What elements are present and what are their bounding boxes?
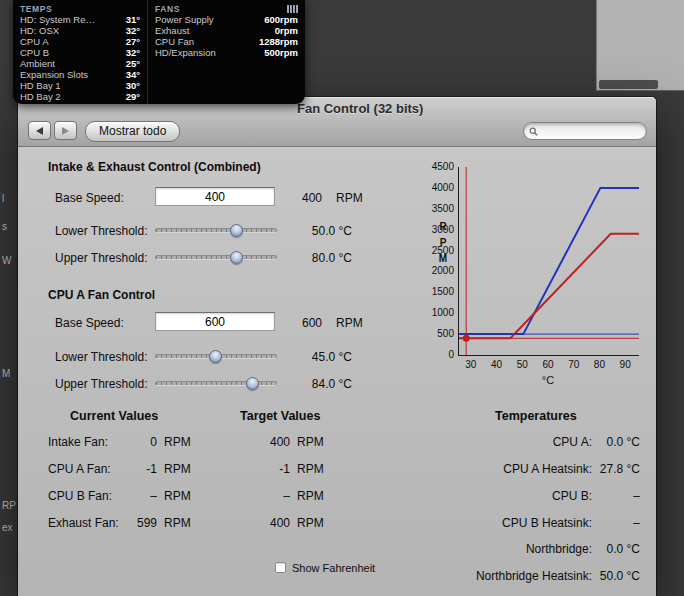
back-button[interactable] <box>28 121 51 140</box>
lower-threshold-slider-cpu-a[interactable] <box>155 349 277 364</box>
sensor-label: HD Bay 2 <box>20 91 61 102</box>
sensor-value: 31° <box>126 14 140 25</box>
base-speed-unit: RPM <box>336 316 363 331</box>
show-fahrenheit-label: Show Fahrenheit <box>292 561 375 576</box>
x-tick-label: 50 <box>510 359 534 371</box>
base-speed-label: Base Speed: <box>55 316 124 331</box>
sensor-value: 27° <box>126 36 140 47</box>
forward-icon <box>62 127 69 135</box>
sensor-value: 32° <box>126 25 140 36</box>
background-window-fragment: M <box>2 368 10 379</box>
table-row: CPU A Heatsink:27.8 °C <box>348 462 640 476</box>
section-title-cpu-a: CPU A Fan Control <box>48 288 155 303</box>
lower-threshold-value: 50.0 °C <box>270 224 352 239</box>
nav-buttons <box>28 121 77 140</box>
search-field[interactable] <box>523 122 647 140</box>
y-axis-label-letter: R <box>437 221 449 232</box>
show-fahrenheit-checkbox[interactable] <box>275 562 286 573</box>
list-item: CPU A27° <box>20 36 140 47</box>
fan-label: Power Supply <box>155 14 214 25</box>
temp-label: CPU A: <box>348 435 592 449</box>
temp-value: – <box>592 489 640 503</box>
sensor-label: HD Bay 1 <box>20 80 61 91</box>
show-all-button[interactable]: Mostrar todo <box>85 121 180 142</box>
fan-row-current: 599 <box>113 516 157 531</box>
temp-value: 27.8 °C <box>592 462 640 476</box>
sensor-value: 32° <box>126 47 140 58</box>
x-tick-label: 40 <box>485 359 509 371</box>
temp-label: CPU B Heatsink: <box>348 516 592 530</box>
fan-row-unit: RPM <box>164 489 191 504</box>
slider-track[interactable] <box>155 381 277 386</box>
background-window-fragment: l <box>2 193 4 204</box>
list-item: CPU B32° <box>20 47 140 58</box>
fan-label: Exhaust <box>155 25 189 36</box>
sensor-value: 34° <box>126 69 140 80</box>
target-values-title: Target Values <box>240 409 320 423</box>
temp-value: – <box>592 516 640 530</box>
slider-thumb[interactable] <box>209 350 222 363</box>
y-tick-label: 3500 <box>424 203 454 215</box>
sensor-label: CPU A <box>20 36 49 47</box>
upper-threshold-slider-intake[interactable] <box>155 250 277 265</box>
fan-control-window: Fan Control (32 bits) Mostrar todo Intak… <box>18 97 656 596</box>
slider-thumb[interactable] <box>230 251 243 264</box>
temp-label: Northbridge: <box>348 542 592 556</box>
title-bar[interactable]: Fan Control (32 bits) Mostrar todo <box>18 97 656 147</box>
temperature-monitor-widget[interactable]: TEMPS HD: System Re…31° HD: OSX32° CPU A… <box>13 0 305 104</box>
table-row: CPU B Heatsink:– <box>348 516 640 530</box>
upper-threshold-value: 80.0 °C <box>270 251 352 266</box>
temp-label: Northbridge Heatsink: <box>348 569 592 583</box>
background-window-top-right <box>596 0 684 91</box>
temps-panel-title: TEMPS <box>20 4 52 14</box>
current-values-title: Current Values <box>70 409 158 423</box>
fan-value: 1288rpm <box>259 36 298 47</box>
base-speed-value: 400 <box>270 191 322 206</box>
fan-row-unit: RPM <box>164 462 191 477</box>
y-tick-label: 500 <box>424 328 454 340</box>
slider-thumb[interactable] <box>230 224 243 237</box>
fan-label: HD/Expansion <box>155 47 216 58</box>
temp-value: 0.0 °C <box>592 435 640 449</box>
desktop: lsWMRPex TEMPS HD: System Re…31° HD: OSX… <box>0 0 684 596</box>
table-row: CPU A:0.0 °C <box>348 435 640 449</box>
sensor-value: 25° <box>126 58 140 69</box>
temp-value: 0.0 °C <box>592 542 640 556</box>
base-speed-unit: RPM <box>336 191 363 206</box>
temp-label: CPU B: <box>348 489 592 503</box>
search-input[interactable] <box>538 123 642 139</box>
background-window-fragment: s <box>2 221 7 232</box>
lower-threshold-slider-intake[interactable] <box>155 223 277 238</box>
lower-threshold-value: 45.0 °C <box>270 350 352 365</box>
base-speed-input-intake[interactable] <box>155 187 275 206</box>
slider-track[interactable] <box>155 228 277 233</box>
slider-thumb[interactable] <box>246 377 259 390</box>
fan-row-label: Exhaust Fan: <box>48 516 119 531</box>
base-speed-input-cpu-a[interactable] <box>155 312 275 331</box>
x-tick-label: 70 <box>562 359 586 371</box>
fan-row-target: 400 <box>246 435 290 450</box>
y-tick-label: 0 <box>424 349 454 361</box>
fans-panel-title: FANS <box>155 4 180 14</box>
list-item: CPU Fan1288rpm <box>155 36 298 47</box>
temps-panel: TEMPS HD: System Re…31° HD: OSX32° CPU A… <box>13 0 147 104</box>
table-row: Northbridge:0.0 °C <box>348 542 640 556</box>
slider-track[interactable] <box>155 255 277 260</box>
y-axis-label-letter: M <box>437 253 449 264</box>
base-speed-label: Base Speed: <box>55 191 124 206</box>
table-row: Northbridge Heatsink:50.0 °C <box>348 569 640 583</box>
forward-button[interactable] <box>54 121 77 140</box>
background-window-fragment: W <box>2 255 11 266</box>
y-tick-label: 1000 <box>424 307 454 319</box>
base-speed-value: 600 <box>270 316 322 331</box>
upper-threshold-label: Upper Threshold: <box>55 377 148 392</box>
fan-label: CPU Fan <box>155 36 194 47</box>
x-tick-label: 60 <box>536 359 560 371</box>
fan-row-current: 0 <box>113 435 157 450</box>
upper-threshold-slider-cpu-a[interactable] <box>155 376 277 391</box>
list-item: HD: System Re…31° <box>20 14 140 25</box>
y-tick-label: 4500 <box>424 161 454 173</box>
x-tick-label: 90 <box>613 359 637 371</box>
level-bars-icon <box>287 5 298 13</box>
x-tick-label: 80 <box>587 359 611 371</box>
